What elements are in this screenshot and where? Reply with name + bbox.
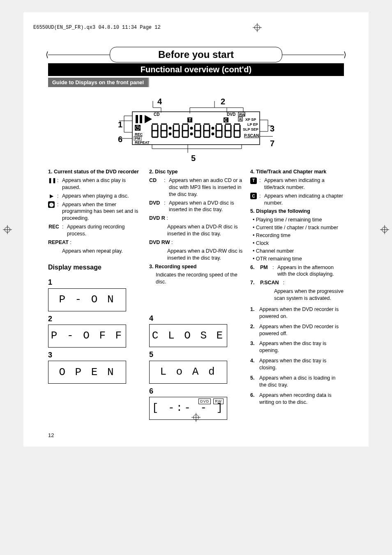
pscan-label: P.SCAN bbox=[260, 279, 279, 286]
bullet: OTR remaining time bbox=[253, 256, 344, 263]
h7-num: 7. bbox=[250, 279, 258, 286]
svg-text:PM: PM bbox=[135, 136, 141, 140]
callout-5: 5 bbox=[191, 154, 196, 163]
rt2: Appears when the DVD recorder is powered… bbox=[259, 323, 344, 337]
heading-3: 3. Recording speed bbox=[149, 263, 243, 270]
cd-label: CD bbox=[149, 177, 161, 198]
msg-num-1: 1 bbox=[48, 277, 126, 287]
callout-1: 1 bbox=[118, 120, 122, 129]
svg-point-33 bbox=[212, 127, 214, 129]
callout-3: 3 bbox=[270, 124, 274, 134]
repeat-label: REPEAT bbox=[48, 240, 69, 245]
dvd-label: DVD bbox=[149, 200, 161, 214]
registration-mark-left-icon bbox=[3, 225, 12, 234]
rn1: 1. bbox=[250, 306, 257, 320]
svg-text:CD: CD bbox=[154, 112, 159, 117]
svg-text:SLP SEP: SLP SEP bbox=[243, 127, 258, 131]
svg-text:T: T bbox=[189, 118, 191, 122]
t-text: Appears when indicating a title/track nu… bbox=[264, 177, 344, 191]
front-panel-diagram: 4 2 1 3 6 7 5 REC PM REPEAT bbox=[48, 95, 344, 163]
heading-2: 2. Disc type bbox=[149, 168, 243, 175]
colon: : bbox=[57, 193, 60, 200]
h6-num: 6. bbox=[250, 264, 258, 278]
rn3: 3. bbox=[250, 340, 257, 354]
play-icon: ▶ bbox=[48, 193, 55, 198]
callout-6: 6 bbox=[118, 135, 122, 144]
bullet-list-5: Playing time / remaining time Current ti… bbox=[250, 216, 344, 262]
colon: : bbox=[57, 177, 60, 191]
rn5: 5. bbox=[250, 375, 257, 389]
callout-2: 2 bbox=[221, 97, 225, 106]
callout-7: 7 bbox=[270, 139, 274, 148]
heading-5: 5. Displays the following bbox=[250, 208, 344, 215]
rt5: Appears when a disc is loading in the di… bbox=[259, 375, 344, 389]
colon: : bbox=[166, 215, 168, 221]
t-icon: T bbox=[250, 177, 257, 183]
lcd6-rw: RW bbox=[213, 398, 224, 404]
colon: : bbox=[70, 240, 71, 245]
column-1: 1. Current status of the DVD recorder ❚❚… bbox=[48, 168, 142, 420]
rn4: 4. bbox=[250, 357, 257, 371]
svg-text:C: C bbox=[224, 118, 227, 122]
bullet: Clock bbox=[253, 240, 344, 247]
bullet: Playing time / remaining time bbox=[253, 216, 344, 223]
svg-text:REC: REC bbox=[135, 132, 143, 136]
svg-point-30 bbox=[169, 133, 171, 135]
pause-icon: ❚❚ bbox=[48, 177, 55, 183]
dvd-rw-text: Appears when a DVD-RW disc is inserted i… bbox=[149, 248, 243, 262]
lcd-6: DVDRW [ -:- - ] bbox=[149, 397, 227, 420]
svg-point-34 bbox=[212, 133, 214, 135]
rt1: Appears when the DVD recorder is powered… bbox=[259, 306, 344, 320]
bullet: Recording time bbox=[253, 232, 344, 239]
msg-num-4: 4 bbox=[149, 313, 227, 323]
print-header: E6550UD(EN_SP_FR).qx3 04.8.10 11:34 Page… bbox=[23, 25, 369, 47]
msg-num-3: 3 bbox=[48, 350, 126, 360]
svg-point-32 bbox=[191, 133, 192, 135]
right-numbered-list: 1.Appears when the DVD recorder is power… bbox=[250, 306, 344, 406]
msg-num-6: 6 bbox=[149, 386, 227, 396]
repeat-text: Appears when repeat play. bbox=[48, 248, 142, 255]
pm-label: PM bbox=[260, 264, 270, 278]
title-row: ⟨ Before you start ⟩ bbox=[48, 47, 344, 62]
rt6: Appears when recording data is writing o… bbox=[259, 392, 344, 406]
pause-text: Appears when a disc play is paused. bbox=[62, 177, 142, 191]
rec-label: REC bbox=[48, 223, 60, 229]
bullet: Current title / chapter / track number bbox=[253, 224, 344, 231]
svg-text:DVD: DVD bbox=[227, 112, 235, 117]
lcd-5: L o A d bbox=[149, 361, 227, 384]
chevron-right-icon: ⟩ bbox=[344, 51, 346, 58]
bullet: Channel number bbox=[253, 248, 344, 255]
svg-point-31 bbox=[191, 127, 192, 129]
colon: : bbox=[164, 200, 166, 214]
dvd-rw-label: DVD RW bbox=[149, 240, 170, 245]
rt4: Appears when the disc tray is closing. bbox=[259, 357, 344, 371]
registration-mark-icon bbox=[253, 23, 262, 32]
svg-point-29 bbox=[169, 127, 171, 129]
registration-mark-bottom-icon bbox=[191, 413, 201, 422]
timer-text: Appears when the timer programming has b… bbox=[62, 201, 142, 222]
sub-section-bar: Guide to Displays on the front panel bbox=[48, 78, 149, 87]
colon: : bbox=[57, 201, 60, 222]
svg-text:REPEAT: REPEAT bbox=[135, 140, 150, 145]
svg-rect-4 bbox=[136, 115, 138, 123]
pscan-text: Appears when the progressive scan system… bbox=[250, 288, 344, 302]
colon: : bbox=[259, 177, 262, 191]
recspeed-text: Indicates the recording speed of the dis… bbox=[149, 272, 243, 286]
colon: : bbox=[62, 223, 65, 237]
dvd-r-text: Appears when a DVD-R disc is inserted in… bbox=[149, 223, 243, 237]
svg-rect-5 bbox=[140, 115, 142, 123]
cd-text: Appears when an audio CD or a disc with … bbox=[169, 177, 243, 198]
svg-text:LP EP: LP EP bbox=[247, 122, 258, 127]
registration-mark-right-icon bbox=[380, 225, 389, 234]
svg-text:P.SCAN: P.SCAN bbox=[244, 134, 259, 138]
heading-4: 4. Title/Track and Chapter mark bbox=[250, 168, 344, 175]
colon: : bbox=[164, 177, 166, 198]
colon: : bbox=[272, 264, 275, 278]
display-message-title: Display message bbox=[48, 263, 142, 272]
svg-text:RW: RW bbox=[239, 113, 245, 117]
rn2: 2. bbox=[250, 323, 257, 337]
section-bar: Functional overview (cont'd) bbox=[48, 63, 344, 76]
timer-icon: 🕘 bbox=[48, 201, 55, 207]
callout-4: 4 bbox=[157, 97, 162, 106]
svg-text:XP SP: XP SP bbox=[245, 117, 256, 122]
